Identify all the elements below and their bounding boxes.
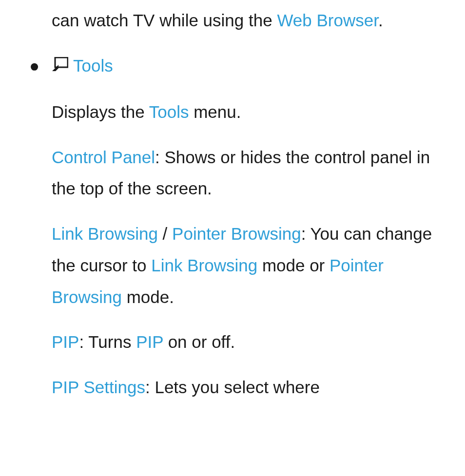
text: menu. [189, 102, 241, 121]
web-browser-term: Web Browser [277, 11, 378, 30]
control-panel-description: Control Panel: Shows or hides the contro… [52, 142, 455, 205]
text: on or off. [163, 332, 235, 351]
separator: / [158, 224, 172, 243]
pip-settings-description: PIP Settings: Lets you select where [52, 372, 455, 403]
pip-description: PIP: Turns PIP on or off. [52, 326, 455, 358]
browsing-description: Link Browsing / Pointer Browsing: You ca… [52, 218, 455, 313]
text: mode or [257, 256, 329, 275]
intro-text-post: . [378, 11, 383, 30]
text: : Lets you select where [145, 378, 320, 397]
pip-term: PIP [52, 332, 79, 351]
tools-term: Tools [149, 102, 189, 121]
tools-icon [52, 50, 68, 82]
text: : Turns [79, 332, 136, 351]
intro-paragraph: can watch TV while using the Web Browser… [52, 5, 455, 37]
link-browsing-term: Link Browsing [52, 224, 158, 243]
bullet-marker: ● [29, 50, 39, 82]
document-page: can watch TV while using the Web Browser… [0, 0, 465, 403]
tools-heading: Tools [73, 56, 113, 75]
tools-description: Displays the Tools menu. [52, 96, 455, 128]
text: mode. [122, 287, 174, 306]
tools-bullet-item: ● Tools [29, 50, 455, 83]
pointer-browsing-term: Pointer Browsing [172, 224, 301, 243]
svg-rect-0 [55, 57, 68, 67]
pip-term-2: PIP [136, 332, 163, 351]
control-panel-term: Control Panel [52, 148, 155, 167]
pip-settings-term: PIP Settings [52, 378, 145, 397]
text: Displays the [52, 102, 149, 121]
link-browsing-term-2: Link Browsing [151, 256, 257, 275]
intro-text-pre: can watch TV while using the [52, 11, 277, 30]
